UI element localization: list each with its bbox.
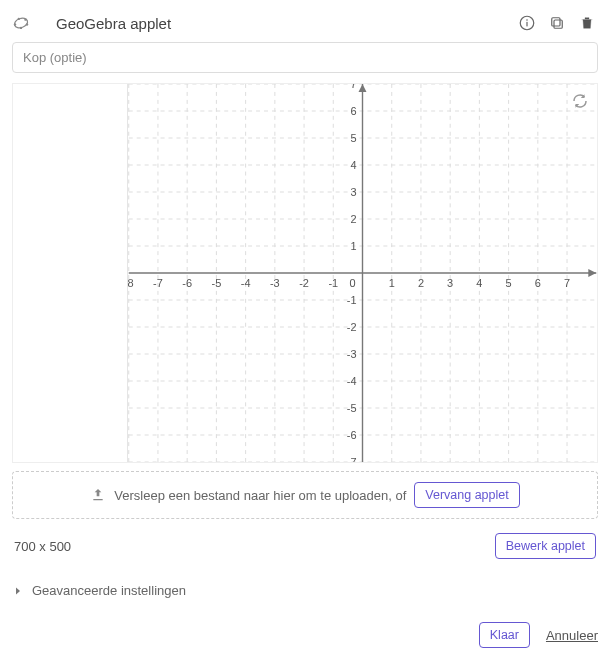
svg-text:-2: -2 [347, 321, 357, 333]
done-button[interactable]: Klaar [479, 622, 530, 648]
refresh-icon[interactable] [571, 92, 589, 110]
svg-text:-8: -8 [128, 277, 134, 289]
applet-sidebar[interactable] [13, 84, 128, 462]
svg-text:4: 4 [476, 277, 482, 289]
delete-icon[interactable] [576, 12, 598, 34]
upload-text: Versleep een bestand naar hier om te upl… [114, 488, 406, 503]
edit-applet-button[interactable]: Bewerk applet [495, 533, 596, 559]
svg-text:0: 0 [349, 277, 355, 289]
svg-text:3: 3 [350, 186, 356, 198]
svg-text:4: 4 [350, 159, 356, 171]
svg-text:-1: -1 [347, 294, 357, 306]
svg-point-4 [26, 23, 28, 25]
svg-text:-4: -4 [241, 277, 251, 289]
svg-text:-3: -3 [270, 277, 280, 289]
svg-text:2: 2 [418, 277, 424, 289]
header-title: GeoGebra applet [56, 15, 508, 32]
svg-rect-9 [554, 20, 562, 28]
svg-text:7: 7 [350, 84, 356, 90]
info-icon[interactable] [516, 12, 538, 34]
dimensions-text: 700 x 500 [14, 539, 71, 554]
title-input[interactable] [12, 42, 598, 73]
svg-point-3 [24, 18, 26, 20]
chevron-right-icon [12, 585, 24, 597]
svg-text:5: 5 [350, 132, 356, 144]
copy-icon[interactable] [546, 12, 568, 34]
svg-text:-6: -6 [347, 429, 357, 441]
svg-text:1: 1 [350, 240, 356, 252]
svg-text:-7: -7 [347, 456, 357, 462]
svg-text:-4: -4 [347, 375, 357, 387]
svg-text:-3: -3 [347, 348, 357, 360]
svg-text:3: 3 [447, 277, 453, 289]
upload-dropzone[interactable]: Versleep een bestand naar hier om te upl… [12, 471, 598, 519]
svg-text:6: 6 [350, 105, 356, 117]
advanced-settings-toggle[interactable]: Geavanceerde instellingen [12, 579, 598, 602]
svg-text:-2: -2 [299, 277, 309, 289]
svg-text:1: 1 [389, 277, 395, 289]
svg-text:2: 2 [350, 213, 356, 225]
svg-text:5: 5 [506, 277, 512, 289]
svg-rect-8 [526, 22, 527, 27]
graph-canvas[interactable]: -8-7-6-5-4-3-2-112345670-7-6-5-4-3-2-112… [128, 84, 597, 462]
svg-point-5 [20, 27, 22, 29]
svg-text:-7: -7 [153, 277, 163, 289]
header: GeoGebra applet [12, 8, 598, 42]
advanced-settings-label: Geavanceerde instellingen [32, 583, 186, 598]
svg-text:-6: -6 [182, 277, 192, 289]
upload-icon [90, 487, 106, 503]
replace-applet-button[interactable]: Vervang applet [414, 482, 519, 508]
svg-text:6: 6 [535, 277, 541, 289]
svg-text:7: 7 [564, 277, 570, 289]
svg-text:-5: -5 [212, 277, 222, 289]
applet-area: -8-7-6-5-4-3-2-112345670-7-6-5-4-3-2-112… [12, 83, 598, 463]
svg-rect-10 [552, 18, 560, 26]
svg-point-7 [526, 19, 528, 21]
svg-point-2 [18, 18, 20, 20]
cancel-link[interactable]: Annuleer [546, 628, 598, 643]
svg-text:-5: -5 [347, 402, 357, 414]
svg-point-1 [14, 23, 16, 25]
svg-text:-1: -1 [328, 277, 338, 289]
geogebra-logo-icon [12, 14, 30, 32]
